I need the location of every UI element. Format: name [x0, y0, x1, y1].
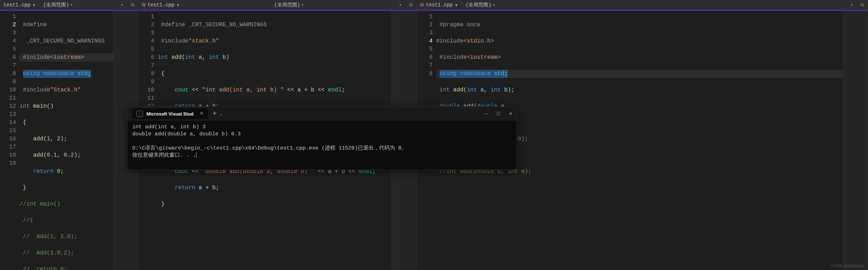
new-tab-icon[interactable]: + [212, 110, 217, 118]
line-gutter: 12345678910111213141516171819 [0, 11, 20, 270]
file-tab[interactable]: ⧉test1.cpp ▾ [417, 1, 461, 10]
scope-dropdown[interactable]: (全局范围) ▾ [461, 0, 499, 10]
code-editor[interactable]: #define _CRT_SECURE_NO_WARNINGS #include… [20, 11, 113, 270]
editor-pane-1: test1.cpp ▾ (全局范围) ▾ ▾ ⧉ 123456789101112… [0, 0, 138, 270]
tab-bar: test1.cpp ▾ (全局范围) ▾ ▾ ⧉ [0, 0, 138, 11]
split-icon[interactable]: ⧉ [127, 2, 138, 8]
member-dropdown[interactable]: ▾ [117, 1, 127, 9]
member-dropdown[interactable]: ▾ [395, 1, 406, 9]
member-dropdown[interactable]: ▾ [846, 1, 857, 9]
terminal-output[interactable]: int add(int a, int b) 3 double add(doubl… [127, 121, 517, 162]
split-icon[interactable]: ⧉ [406, 2, 416, 8]
terminal-icon: ▢ [137, 111, 143, 117]
scope-dropdown[interactable]: (全局范围) ▾ [39, 0, 77, 10]
terminal-title: Microsoft Visual Stud [146, 111, 194, 117]
split-icon[interactable]: ⧉ [857, 2, 868, 8]
file-tab[interactable]: ⧉test1.cpp ▾ [138, 1, 183, 10]
close-icon[interactable]: ✕ [509, 111, 512, 116]
watermark: CSDN @MrGaomq [831, 264, 864, 268]
file-tab[interactable]: test1.cpp ▾ [0, 1, 39, 10]
maximize-icon[interactable]: ☐ [496, 111, 500, 116]
terminal-tab[interactable]: ▢ Microsoft Visual Stud × [132, 108, 208, 119]
terminal-titlebar[interactable]: ▢ Microsoft Visual Stud × + ⌄ ― ☐ ✕ [127, 107, 517, 121]
minimap[interactable] [843, 11, 868, 270]
close-tab-icon[interactable]: × [200, 111, 204, 117]
tab-menu-icon[interactable]: ⌄ [219, 111, 222, 117]
terminal-window: ▢ Microsoft Visual Stud × + ⌄ ― ☐ ✕ int … [127, 106, 517, 170]
scope-dropdown[interactable]: (全局范围) ▾ [270, 0, 308, 10]
tab-bar: ⧉test1.cpp ▾ (全局范围) ▾ ▾ ⧉ [138, 0, 416, 11]
minimize-icon[interactable]: ― [484, 111, 488, 116]
tab-bar: ⧉test1.cpp ▾ (全局范围) ▾ ▾ ⧉ [417, 0, 868, 11]
